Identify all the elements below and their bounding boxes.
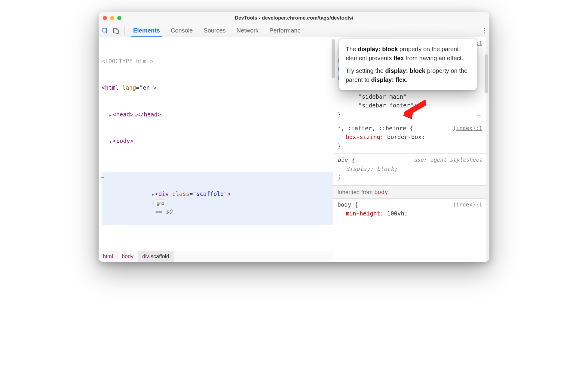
device-toolbar-icon[interactable]: [112, 26, 120, 35]
tab-performance[interactable]: Performanc: [265, 24, 305, 37]
devtools-window: DevTools - developer.chrome.com/tags/dev…: [99, 12, 489, 262]
annotation-arrow-icon: [402, 100, 426, 121]
breadcrumbs: html body div.scaffold: [99, 251, 333, 262]
zoom-window-button[interactable]: [117, 16, 121, 20]
svg-rect-2: [116, 30, 118, 33]
titlebar: DevTools - developer.chrome.com/tags/dev…: [99, 12, 489, 24]
dom-html[interactable]: <html lang="en">: [102, 83, 333, 92]
tab-sources[interactable]: Sources: [199, 24, 230, 37]
crumb-html[interactable]: html: [99, 251, 118, 262]
close-window-button[interactable]: [103, 16, 107, 20]
scrollbar-thumb[interactable]: [332, 39, 335, 78]
prop-min-height[interactable]: min-height: 100vh;: [337, 209, 482, 218]
window-title: DevTools - developer.chrome.com/tags/dev…: [99, 15, 489, 21]
tab-console[interactable]: Console: [167, 24, 197, 37]
inherited-from-header: Inherited from body: [333, 186, 486, 199]
crumb-div-scaffold[interactable]: div.scaffold: [138, 251, 174, 262]
devtools-tabs: Elements Console Sources Network Perform…: [99, 24, 489, 37]
dom-div-scaffold[interactable]: ⋯ <div class="scaffold"> grid == $0: [102, 172, 333, 225]
tab-elements[interactable]: Elements: [129, 24, 164, 37]
traffic-lights: [103, 16, 121, 20]
dom-body[interactable]: <body>: [102, 137, 333, 145]
tab-network[interactable]: Network: [232, 24, 263, 37]
add-rule-icon[interactable]: ＋: [476, 110, 482, 120]
prop-display-block: display: block;: [337, 165, 482, 173]
user-agent-label: user agent stylesheet: [414, 156, 482, 164]
rule-div-ua[interactable]: user agent stylesheet div { display: blo…: [333, 154, 486, 185]
rule-universal[interactable]: (index):1 *, ::after, ::before { box-siz…: [333, 122, 486, 154]
dollar-zero: == $0: [155, 208, 172, 215]
hint-tooltip: The display: block property on the paren…: [339, 39, 477, 90]
dom-doctype[interactable]: <!DOCTYPE html>: [102, 57, 333, 66]
dom-tree[interactable]: <!DOCTYPE html> <html lang="en"> <head>……: [99, 37, 333, 251]
rule-source-link[interactable]: (index):1: [453, 124, 482, 132]
dom-head[interactable]: <head>…</head>: [102, 110, 333, 119]
crumb-body[interactable]: body: [118, 251, 138, 262]
scrollbar-thumb[interactable]: [485, 54, 488, 93]
divider: [124, 26, 125, 35]
ellipsis-icon[interactable]: ⋯: [101, 173, 104, 181]
elements-pane: <!DOCTYPE html> <html lang="en"> <head>……: [99, 37, 333, 262]
rule-source-link[interactable]: (index):1: [453, 200, 482, 209]
minimize-window-button[interactable]: [110, 16, 114, 20]
more-icon[interactable]: ⋮: [481, 27, 487, 35]
rule-body[interactable]: (index):1 body { min-height: 100vh;: [333, 199, 486, 221]
inspect-icon[interactable]: [101, 26, 109, 35]
prop-box-sizing[interactable]: box-sizing: border-box;: [337, 133, 482, 141]
grid-badge[interactable]: grid: [153, 200, 167, 207]
